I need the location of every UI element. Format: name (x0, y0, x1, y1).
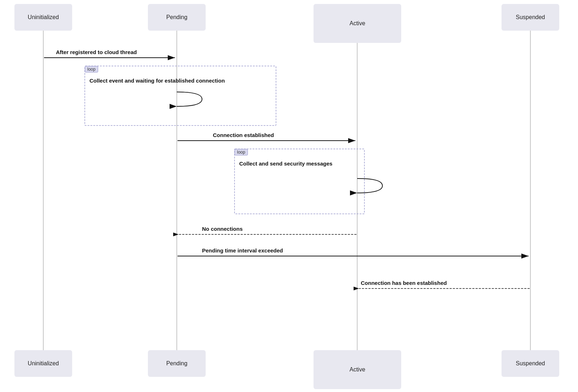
lifeline-label-suspended-bottom: Suspended (516, 360, 545, 367)
svg-rect-6 (85, 66, 276, 125)
arrow-label-registered: After registered to cloud thread (56, 49, 137, 55)
lifeline-box-uninitialized-top: Uninitialized (14, 4, 72, 31)
lifeline-box-suspended-top: Suspended (502, 4, 559, 31)
lifeline-label-uninitialized-bottom: Uninitialized (28, 360, 59, 367)
lifeline-box-pending-bottom: Pending (148, 350, 206, 377)
lifeline-box-suspended-bottom: Suspended (502, 350, 559, 377)
arrow-label-connection-established2: Connection has been established (361, 280, 447, 286)
loop-label-1: Collect event and waiting for establishe… (89, 78, 225, 84)
loop-tag-1: loop (85, 66, 98, 72)
diagram-svg (0, 0, 578, 392)
lifeline-label-uninitialized-top: Uninitialized (28, 14, 59, 21)
svg-rect-7 (235, 149, 364, 214)
lifeline-label-active-top: Active (350, 20, 365, 27)
lifeline-label-pending-top: Pending (166, 14, 188, 21)
lifeline-box-active-bottom: Active (314, 350, 401, 389)
loop-tag-2: loop (235, 149, 248, 155)
lifeline-label-suspended-top: Suspended (516, 14, 545, 21)
lifeline-label-active-bottom: Active (350, 366, 365, 373)
lifeline-box-uninitialized-bottom: Uninitialized (14, 350, 72, 377)
arrow-label-no-connections: No connections (202, 226, 243, 232)
arrow-label-connection-established: Connection established (213, 132, 274, 138)
lifeline-label-pending-bottom: Pending (166, 360, 188, 367)
sequence-diagram: Uninitialized Pending Active Suspended U… (0, 0, 578, 392)
lifeline-box-pending-top: Pending (148, 4, 206, 31)
loop-label-2: Collect and send security messages (239, 160, 332, 167)
lifeline-box-active-top: Active (314, 4, 401, 43)
arrow-label-pending-time: Pending time interval exceeded (202, 247, 283, 254)
